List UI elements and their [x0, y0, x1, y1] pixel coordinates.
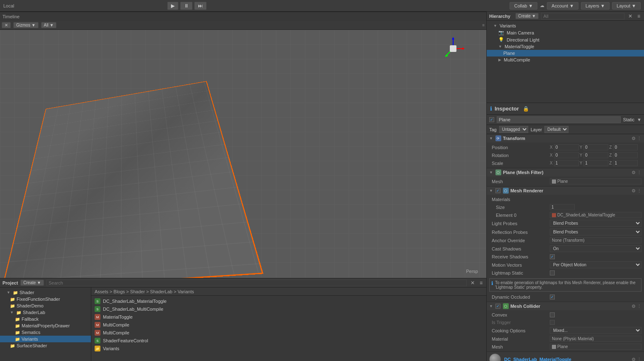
asset-dc-materialtoggle[interactable]: SDC_ShaderLab_MaterialToggle	[93, 297, 485, 305]
transform-header[interactable]: ▼ ⟳ Transform ⚙ ⋮	[487, 134, 644, 142]
hierarchy-close-icon[interactable]: ✕	[627, 13, 634, 20]
pause-button[interactable]: ⏸	[180, 2, 193, 10]
layers-button[interactable]: Layers ▼	[581, 2, 610, 10]
asset-shaderfeaturecontrol[interactable]: SShaderFeatureControl	[93, 337, 485, 344]
scale-x-input[interactable]	[554, 160, 579, 166]
size-label: Size	[492, 205, 550, 210]
pos-z-input[interactable]	[613, 144, 638, 150]
component-menu-icon[interactable]: ⚙ ⋮	[632, 136, 642, 141]
receive-shadows-checkbox[interactable]	[550, 254, 555, 259]
inspector-content[interactable]: Static ▼ Tag Untagged Layer Default	[487, 115, 644, 361]
anchor-ref[interactable]: None (Transform)	[550, 237, 642, 243]
collider-material-ref[interactable]: None (Physic Material)	[550, 336, 642, 342]
pos-y-input[interactable]	[583, 144, 608, 150]
info-text: To enable generation of lightmaps for th…	[495, 280, 639, 290]
object-active-checkbox[interactable]	[489, 117, 494, 122]
hierarchy-create-button[interactable]: Create ▼	[515, 13, 539, 19]
hierarchy-search-input[interactable]	[541, 13, 624, 20]
reflection-probes-value: Blend Probes	[550, 228, 642, 236]
step-button[interactable]: ⏭	[194, 2, 207, 10]
element0-ref[interactable]: DC_ShaderLab_MaterialToggle	[550, 212, 642, 218]
collab-button[interactable]: Collab ▼	[510, 2, 537, 10]
light-probes-select[interactable]: Blend Probes	[550, 220, 642, 227]
hier-item-multicompile[interactable]: ▶ MultiCompile	[487, 56, 644, 63]
expand-icon: ▼	[489, 304, 493, 308]
project-close-icon[interactable]: ✕	[469, 280, 476, 286]
material-menu-icon[interactable]: ⚙ ⋮	[632, 357, 642, 361]
layout-button[interactable]: Layout ▼	[612, 2, 641, 10]
object-name-input[interactable]	[497, 116, 621, 123]
account-button[interactable]: Account ▼	[547, 2, 578, 10]
collider-mesh-ref[interactable]: Plane	[550, 344, 642, 350]
hier-item-plane[interactable]: Plane	[487, 50, 644, 56]
scale-y-input[interactable]	[583, 160, 608, 166]
rotation-label: Rotation	[492, 153, 550, 158]
pos-x-input[interactable]	[554, 144, 579, 150]
tree-item-variants[interactable]: 📁Variants	[0, 336, 91, 342]
tree-item-shader[interactable]: ▼📁Shader	[0, 289, 91, 296]
tree-item-sematics[interactable]: 📁Sematics	[0, 329, 91, 336]
asset-variants-folder[interactable]: 📁Variants	[93, 345, 485, 352]
scene-view[interactable]: Persp	[0, 30, 486, 278]
mesh-collider-body: Convex Is Trigger Cooking	[487, 310, 644, 351]
project-options-icon[interactable]: ≡	[478, 280, 484, 286]
light-probes-value: Blend Probes	[550, 220, 642, 227]
asset-label: Variants	[103, 346, 120, 351]
layer-select[interactable]: Default	[544, 126, 568, 133]
component-menu-icon[interactable]: ⚙ ⋮	[632, 170, 642, 175]
scale-z-input[interactable]	[613, 160, 638, 166]
static-dropdown-icon[interactable]: ▼	[637, 117, 642, 122]
mesh-ref[interactable]: Plane	[550, 178, 642, 184]
reflection-probes-select[interactable]: Blend Probes	[550, 228, 642, 236]
transform-icon: ⟳	[495, 135, 501, 141]
component-menu-icon[interactable]: ⚙ ⋮	[632, 304, 642, 309]
tree-item-fallback[interactable]: 📁Fallback	[0, 316, 91, 322]
rot-x-input[interactable]	[554, 152, 579, 158]
mesh-filter-header[interactable]: ▼ ⬡ Plane (Mesh Filter) ⚙ ⋮	[487, 168, 644, 177]
project-search-input[interactable]	[46, 280, 467, 286]
mesh-renderer-body: Materials Size Element 0 DC_ShaderLab_Ma…	[487, 195, 644, 302]
hier-item-directionallight[interactable]: 💡 Directional Light	[487, 36, 644, 43]
gizmos-button[interactable]: Gizmos ▼	[13, 22, 39, 28]
asset-dc-multicompile[interactable]: SDC_ShaderLab_MultiCompile	[93, 305, 485, 313]
bottom-panel: Project Create ▼ ✕ ≡ ▼📁Shader 📁FixedFunc…	[0, 278, 486, 361]
hierarchy-menu-icon[interactable]: ≡	[636, 13, 642, 20]
tree-item-materialproperty[interactable]: 📁MaterialPropertyDrawer	[0, 322, 91, 329]
tree-item-surfaceshader[interactable]: 📁SurfaceShader	[0, 342, 91, 349]
mesh-collider-header[interactable]: ▼ ⬡ Mesh Collider ⚙ ⋮	[487, 302, 644, 310]
rot-z-input[interactable]	[613, 152, 638, 158]
asset-multicompile2[interactable]: MMultiCompile	[93, 329, 485, 336]
tree-item-shaderdemo[interactable]: 📁ShaderDemo	[0, 302, 91, 309]
dynamic-occluded-checkbox[interactable]	[550, 295, 555, 300]
hier-item-variants[interactable]: ▼ Variants	[487, 22, 644, 29]
motion-vectors-select[interactable]: Per Object Motion	[550, 261, 642, 268]
cast-shadows-select[interactable]: On	[550, 245, 642, 252]
local-toggle[interactable]: ✕	[2, 22, 11, 28]
mesh-collider-active-checkbox[interactable]	[495, 304, 500, 309]
component-menu-icon[interactable]: ⚙ ⋮	[632, 188, 642, 194]
mat-icon: M	[95, 314, 100, 320]
tree-item-fixedfunction[interactable]: 📁FixedFunctionShader	[0, 296, 91, 302]
is-trigger-checkbox[interactable]	[550, 320, 555, 325]
tree-item-shaderlab[interactable]: ▼📁ShaderLab	[0, 309, 91, 316]
hier-item-maincamera[interactable]: 📷 Main Camera	[487, 29, 644, 36]
tag-select[interactable]: Untagged	[499, 126, 528, 133]
mesh-renderer-header[interactable]: ▼ ⬡ Mesh Renderer ⚙ ⋮	[487, 187, 644, 195]
project-create-button[interactable]: Create ▼	[20, 280, 44, 286]
cooking-options-select[interactable]: Mixed...	[550, 327, 642, 334]
hier-item-materialtoggle[interactable]: ▼ MaterialToggle	[487, 43, 644, 50]
lightmap-static-checkbox[interactable]	[550, 270, 555, 275]
play-button[interactable]: ▶	[167, 2, 178, 10]
rot-y-input[interactable]	[583, 152, 608, 158]
size-input[interactable]	[550, 204, 575, 210]
mesh-renderer-active-checkbox[interactable]	[495, 188, 500, 193]
convex-label: Convex	[492, 312, 550, 317]
mesh-label: Mesh	[492, 179, 550, 184]
camera-icon: 📷	[498, 30, 504, 35]
all-button[interactable]: All ▼	[41, 22, 57, 28]
hier-item-label: MaterialToggle	[505, 44, 534, 49]
inspector-lock-icon[interactable]: 🔒	[522, 106, 530, 112]
asset-materialtoggle[interactable]: MMaterialToggle	[93, 313, 485, 321]
convex-checkbox[interactable]	[550, 312, 555, 317]
asset-multicompile1[interactable]: MMultiCompile	[93, 321, 485, 329]
